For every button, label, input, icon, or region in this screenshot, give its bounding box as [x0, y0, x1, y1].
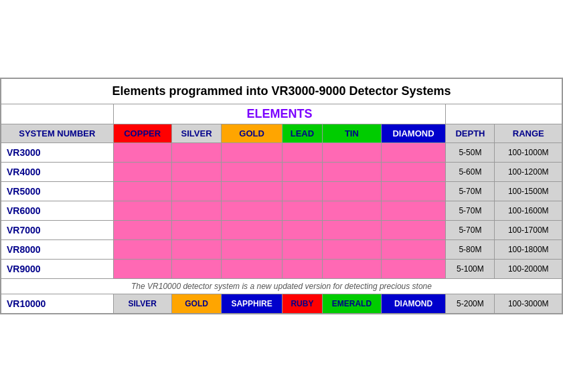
depth-value: 5-100M — [446, 260, 495, 279]
data-cell — [381, 201, 446, 221]
data-cell — [381, 182, 446, 201]
col-system-number: SYSTEM NUMBER — [1, 124, 113, 143]
system-name: VR3000 — [1, 143, 113, 163]
data-cell — [323, 143, 382, 163]
table-row: VR8000 5-80M 100-1800M — [1, 240, 562, 260]
data-cell — [113, 260, 171, 279]
data-cell — [323, 201, 382, 221]
depth-value: 5-70M — [446, 221, 495, 240]
vr10000-silver: SILVER — [113, 294, 171, 314]
data-cell — [323, 260, 382, 279]
range-value: 100-2000M — [495, 260, 562, 279]
elements-header: ELEMENTS — [113, 104, 446, 124]
vr10000-sapphire: SAPPHIRE — [222, 294, 282, 314]
data-cell — [282, 260, 322, 279]
system-name: VR7000 — [1, 221, 113, 240]
range-value: 100-1200M — [495, 163, 562, 182]
data-cell — [323, 240, 382, 260]
col-depth: DEPTH — [446, 124, 495, 143]
col-gold: GOLD — [222, 124, 282, 143]
vr10000-range: 100-3000M — [495, 294, 562, 314]
data-cell — [113, 221, 171, 240]
data-cell — [323, 182, 382, 201]
data-cell — [282, 143, 322, 163]
system-name: VR8000 — [1, 240, 113, 260]
system-number-spacer — [1, 104, 113, 124]
data-cell — [171, 182, 222, 201]
data-cell — [171, 163, 222, 182]
depth-value: 5-70M — [446, 182, 495, 201]
data-cell — [222, 163, 282, 182]
vr10000-depth: 5-200M — [446, 294, 495, 314]
main-title: Elements programmed into VR3000-9000 Det… — [1, 78, 562, 104]
data-cell — [171, 240, 222, 260]
vr10000-emerald: EMERALD — [323, 294, 382, 314]
note-text: The VR10000 detector system is a new upd… — [1, 279, 562, 294]
data-cell — [222, 240, 282, 260]
data-cell — [171, 143, 222, 163]
data-cell — [222, 201, 282, 221]
vr10000-gold: GOLD — [171, 294, 222, 314]
data-cell — [282, 163, 322, 182]
data-cell — [113, 201, 171, 221]
data-cell — [282, 201, 322, 221]
table-row: VR7000 5-70M 100-1700M — [1, 221, 562, 240]
table-row: VR5000 5-70M 100-1500M — [1, 182, 562, 201]
depth-value: 5-80M — [446, 240, 495, 260]
data-cell — [222, 143, 282, 163]
data-cell — [323, 221, 382, 240]
range-value: 100-1500M — [495, 182, 562, 201]
depth-value: 5-60M — [446, 163, 495, 182]
data-cell — [381, 221, 446, 240]
col-diamond: DIAMOND — [381, 124, 446, 143]
main-table: Elements programmed into VR3000-9000 Det… — [0, 78, 563, 314]
depth-value: 5-50M — [446, 143, 495, 163]
table-row: VR9000 5-100M 100-2000M — [1, 260, 562, 279]
data-cell — [381, 260, 446, 279]
range-value: 100-1700M — [495, 221, 562, 240]
system-name: VR4000 — [1, 163, 113, 182]
data-cell — [381, 240, 446, 260]
data-cell — [323, 163, 382, 182]
data-cell — [113, 163, 171, 182]
data-cell — [381, 163, 446, 182]
table-row: VR4000 5-60M 100-1200M — [1, 163, 562, 182]
vr10000-system-name: VR10000 — [1, 294, 113, 314]
depth-range-spacer — [446, 104, 562, 124]
table-row: VR6000 5-70M 100-1600M — [1, 201, 562, 221]
col-silver: SILVER — [171, 124, 222, 143]
col-tin: TIN — [323, 124, 382, 143]
vr10000-diamond: DIAMOND — [381, 294, 446, 314]
data-cell — [171, 221, 222, 240]
vr10000-ruby: RUBY — [282, 294, 322, 314]
data-cell — [171, 201, 222, 221]
range-value: 100-1000M — [495, 143, 562, 163]
range-value: 100-1600M — [495, 201, 562, 221]
data-cell — [381, 143, 446, 163]
col-range: RANGE — [495, 124, 562, 143]
col-copper: COPPER — [113, 124, 171, 143]
data-cell — [113, 182, 171, 201]
data-cell — [113, 240, 171, 260]
data-cell — [282, 240, 322, 260]
system-name: VR6000 — [1, 201, 113, 221]
data-cell — [171, 260, 222, 279]
table-row: VR3000 5-50M 100-1000M — [1, 143, 562, 163]
data-cell — [113, 143, 171, 163]
data-cell — [222, 182, 282, 201]
note-row: The VR10000 detector system is a new upd… — [1, 279, 562, 294]
system-name: VR5000 — [1, 182, 113, 201]
data-cell — [282, 221, 322, 240]
system-name: VR9000 — [1, 260, 113, 279]
data-cell — [282, 182, 322, 201]
data-cell — [222, 260, 282, 279]
data-cell — [222, 221, 282, 240]
col-lead: LEAD — [282, 124, 322, 143]
range-value: 100-1800M — [495, 240, 562, 260]
depth-value: 5-70M — [446, 201, 495, 221]
vr10000-row: VR10000 SILVER GOLD SAPPHIRE RUBY EMERAL… — [1, 294, 562, 314]
